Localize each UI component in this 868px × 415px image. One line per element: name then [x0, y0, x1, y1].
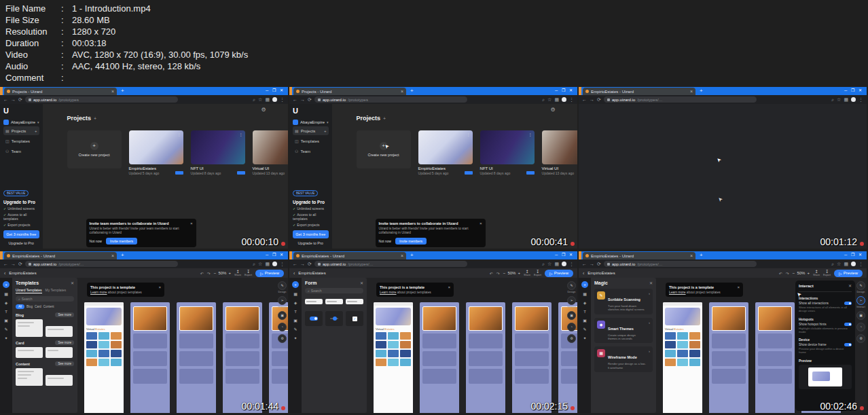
draw-tool-icon[interactable]: ✎: [293, 327, 297, 332]
tab-close-icon[interactable]: ×: [690, 254, 693, 258]
see-more-button[interactable]: See more: [55, 340, 74, 345]
sidebar-item-team[interactable]: ⚇Team: [293, 147, 329, 156]
tab-close-icon[interactable]: ×: [401, 254, 403, 258]
new-tab-button[interactable]: +: [410, 88, 414, 94]
app-screen[interactable]: Virtual Estates: [374, 302, 413, 413]
redo-icon[interactable]: ↷: [496, 271, 500, 276]
close-icon[interactable]: ✕: [848, 283, 852, 288]
new-tab-button[interactable]: +: [700, 88, 703, 94]
new-tab-button[interactable]: +: [410, 252, 414, 259]
back-icon[interactable]: ‹: [293, 271, 295, 276]
app-screen[interactable]: [466, 302, 505, 413]
reload-icon[interactable]: ⟳: [308, 97, 312, 103]
browser-menu-icon[interactable]: ⋮: [569, 97, 574, 103]
magic-item-themes[interactable]: ◆ Smart ThemesCreate unique design theme…: [594, 318, 653, 344]
browser-tab[interactable]: EmpirioEstates - Uizard×: [293, 252, 406, 259]
video-frame-2[interactable]: Projects - Uizard× + ─ ❐ ✕ ←→⟳ app.uizar…: [289, 87, 577, 249]
window-controls[interactable]: ─ ❐ ✕: [555, 88, 574, 92]
settings-rail-button[interactable]: ⚙: [567, 334, 576, 343]
toggle-preview[interactable]: [305, 311, 323, 326]
reload-icon[interactable]: ⟳: [18, 261, 22, 267]
app-screen[interactable]: [223, 302, 262, 413]
tab-close-icon[interactable]: ×: [111, 90, 114, 94]
app-screen[interactable]: Virtual Estates: [663, 302, 702, 413]
slider-preview[interactable]: [325, 311, 343, 326]
text-tool-icon[interactable]: T: [294, 310, 297, 314]
button-preview[interactable]: [346, 299, 363, 304]
profile-avatar[interactable]: [562, 97, 566, 102]
magic-item-scribble[interactable]: ✎ Scribble ScanningTurn your hand-drawn …: [594, 289, 653, 314]
history-rail-button[interactable]: ◔: [278, 323, 287, 331]
kebab-menu-icon[interactable]: ⋮: [528, 132, 532, 137]
sidebar-item-projects[interactable]: ▤Projects+: [293, 126, 329, 135]
see-more-button[interactable]: See more: [55, 361, 74, 366]
share-button[interactable]: ↥Share: [524, 270, 530, 277]
app-screen[interactable]: [130, 302, 170, 413]
forward-icon[interactable]: →: [11, 261, 16, 267]
template-preview[interactable]: [46, 375, 73, 386]
project-card[interactable]: ⋮NFT UIUpdated 8 days ago: [480, 130, 535, 175]
zoom-in-button[interactable]: +: [228, 271, 231, 275]
browser-tab[interactable]: EmpirioEstates - Uizard×: [4, 252, 117, 259]
browser-menu-icon[interactable]: ⋮: [280, 261, 285, 267]
forward-icon[interactable]: →: [300, 97, 305, 103]
search-icon[interactable]: ⌕: [253, 261, 255, 267]
magic-item-wireframe[interactable]: ▦ Wireframe ModeRender your design as a …: [594, 346, 653, 372]
window-controls[interactable]: ─ ❐ ✕: [266, 252, 285, 257]
toggle-switch[interactable]: [844, 343, 852, 346]
export-button[interactable]: ↧Export: [823, 270, 831, 277]
app-screen[interactable]: [755, 302, 795, 413]
profile-avatar[interactable]: [562, 261, 566, 266]
search-icon[interactable]: ⌕: [253, 97, 255, 103]
interact-rail-button[interactable]: ➢Interact: [567, 296, 576, 308]
project-title[interactable]: EmpirioEstates: [587, 271, 615, 275]
reload-icon[interactable]: ⟳: [308, 261, 312, 267]
kebab-menu-icon[interactable]: ⋮: [467, 132, 471, 137]
kebab-menu-icon[interactable]: ⋮: [177, 132, 181, 137]
close-icon[interactable]: ×: [190, 221, 192, 225]
draw-tool-icon[interactable]: ✎: [583, 327, 586, 332]
url-field[interactable]: app.uizard.io/prototypes/…: [314, 261, 467, 267]
upgrade-cta-button[interactable]: Get 3 months free: [293, 230, 329, 238]
video-frame-5[interactable]: EmpirioEstates - Uizard× + ─ ❐ ✕ ←→⟳ app…: [289, 251, 577, 413]
editor-canvas[interactable]: This project is a template× Learn more a…: [367, 278, 577, 413]
browser-tab[interactable]: Projects - Uizard×: [4, 88, 117, 95]
draw-tool-icon[interactable]: ✎: [4, 327, 7, 332]
forward-icon[interactable]: →: [300, 261, 305, 267]
video-frame-3[interactable]: EmpirioEstates - Uizard× + ─ ❐ ✕ ←→⟳ app…: [579, 87, 867, 249]
text-tool-icon[interactable]: T: [583, 310, 586, 314]
search-icon[interactable]: ⌕: [831, 261, 834, 267]
extensions-icon[interactable]: ▦: [844, 261, 848, 267]
chip-content[interactable]: Content: [43, 305, 54, 308]
tab-close-icon[interactable]: ×: [111, 254, 114, 258]
pages-rail-button[interactable]: ▣: [567, 311, 576, 320]
image-tool-icon[interactable]: ▣: [4, 319, 8, 323]
tab-my-templates[interactable]: My Templates: [46, 288, 67, 293]
sidebar-item-templates[interactable]: ◫Templates: [293, 137, 329, 145]
templates-tool-icon[interactable]: ▦: [293, 292, 297, 297]
preview-button[interactable]: ▷Preview: [255, 270, 284, 277]
search-icon[interactable]: ⌕: [831, 97, 834, 103]
magic-tool-icon[interactable]: ✦: [4, 336, 7, 341]
extensions-icon[interactable]: ▦: [554, 97, 559, 103]
add-project-icon[interactable]: +: [35, 129, 37, 133]
zoom-out-button[interactable]: −: [503, 271, 506, 275]
close-icon[interactable]: ×: [480, 221, 482, 225]
reload-icon[interactable]: ⟳: [597, 261, 601, 267]
design-rail-button[interactable]: ✎Design: [856, 281, 865, 293]
url-field[interactable]: app.uizard.io/prototypes/…: [604, 261, 757, 267]
upgrade-link[interactable]: Upgrade to Pro: [3, 241, 39, 245]
video-frame-4[interactable]: EmpirioEstates - Uizard× + ─ ❐ ✕ ←→⟳ app…: [0, 251, 288, 413]
pages-rail-button[interactable]: ▣: [856, 311, 865, 320]
search-input[interactable]: ⌕Search: [305, 288, 363, 293]
app-screen[interactable]: [512, 302, 551, 413]
toggle-switch[interactable]: [844, 302, 852, 305]
window-controls[interactable]: ─ ❐ ✕: [844, 252, 863, 257]
share-button[interactable]: ↥Share: [813, 270, 820, 277]
template-preview[interactable]: [16, 319, 43, 337]
magic-tool-icon[interactable]: ✦: [293, 336, 297, 341]
add-screen-button[interactable]: +: [292, 281, 299, 288]
window-controls[interactable]: ─ ❐ ✕: [555, 252, 574, 257]
checkbox-preview[interactable]: ✓: [346, 311, 363, 326]
export-button[interactable]: ↧Export: [534, 270, 541, 277]
